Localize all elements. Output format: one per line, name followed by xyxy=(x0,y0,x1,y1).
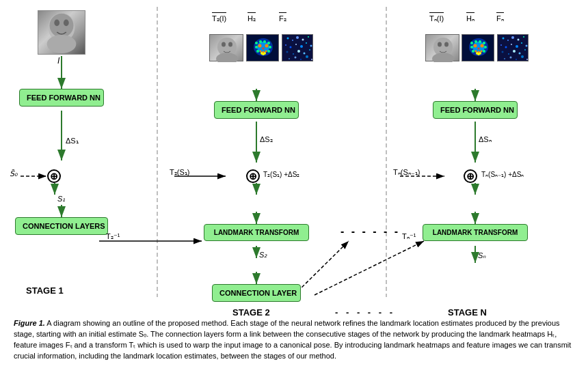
landmark-transform-2: LANDMARK TRANSFORM xyxy=(204,224,309,241)
label-delta-s2: ΔS₂ xyxy=(260,135,273,144)
svg-point-46 xyxy=(263,40,266,43)
svg-point-113 xyxy=(516,45,518,48)
svg-point-71 xyxy=(310,45,312,47)
svg-point-103 xyxy=(478,51,480,53)
svg-point-110 xyxy=(500,44,502,46)
svg-point-122 xyxy=(510,57,512,59)
svg-point-119 xyxy=(519,53,521,55)
svg-point-72 xyxy=(286,51,289,53)
label-tn-sn1: Tₙ(Sₙ₋₁) xyxy=(393,168,420,177)
svg-point-116 xyxy=(502,51,504,53)
svg-point-97 xyxy=(472,50,475,53)
svg-point-57 xyxy=(263,48,265,50)
svg-point-115 xyxy=(526,45,528,47)
svg-point-54 xyxy=(255,46,258,48)
caption-area: Figure 1. A diagram showing an outline o… xyxy=(0,314,588,366)
thumb-feature-sn xyxy=(497,34,529,61)
svg-point-83 xyxy=(438,42,442,47)
svg-point-39 xyxy=(222,42,226,47)
feed-forward-nn-1: FEED FORWARD NN xyxy=(19,89,104,107)
svg-point-53 xyxy=(256,50,259,53)
add-circle-stage2: ⊕ xyxy=(246,169,260,183)
svg-point-75 xyxy=(304,53,306,55)
svg-point-91 xyxy=(483,42,485,44)
svg-point-123 xyxy=(516,59,517,60)
svg-point-41 xyxy=(216,53,238,62)
caption-text: A diagram showing an outline of the prop… xyxy=(14,319,571,360)
svg-point-77 xyxy=(289,58,290,59)
svg-point-85 xyxy=(432,53,454,62)
thumb-heatmap-sn xyxy=(462,34,494,61)
figure-label: Figure 1. xyxy=(14,319,45,327)
svg-point-125 xyxy=(526,59,528,60)
thumb-face-sn xyxy=(425,34,459,61)
label-fn: Fₙ xyxy=(496,12,504,23)
add-circle-stage-n: ⊕ xyxy=(464,169,477,183)
svg-line-30 xyxy=(294,241,349,295)
label-tn-i: Tₙ(I) xyxy=(429,12,444,23)
svg-point-109 xyxy=(523,36,524,38)
svg-point-35 xyxy=(54,20,59,27)
connection-layers: CONNECTION LAYERS xyxy=(15,217,108,235)
svg-point-67 xyxy=(290,46,292,48)
svg-point-68 xyxy=(295,44,297,45)
feed-forward-nn-n: FEED FORWARD NN xyxy=(433,101,518,119)
label-t2s1-ds2: T₂(S₁) +ΔS₂ xyxy=(263,171,299,178)
svg-point-101 xyxy=(478,48,480,50)
svg-point-121 xyxy=(504,58,505,59)
label-t2-s1: T₂(S₁) xyxy=(170,168,189,177)
landmark-transform-n: LANDMARK TRANSFORM xyxy=(423,224,528,241)
thumb-heatmap-s2 xyxy=(246,34,279,61)
thumb-face-s2 xyxy=(209,34,243,61)
svg-point-58 xyxy=(260,51,262,53)
svg-point-79 xyxy=(300,59,302,60)
feed-forward-nn-2: FEED FORWARD NN xyxy=(214,101,299,119)
label-tn-inv: Tₙ⁻¹ xyxy=(402,232,416,241)
svg-point-64 xyxy=(302,39,304,41)
svg-point-93 xyxy=(483,50,485,53)
diagram-area: I FEED FORWARD NN ΔS₁ S̃₀ ⊕ S₁ CONNECTIO… xyxy=(0,0,588,314)
label-t2-inv: T₂⁻¹ xyxy=(106,232,120,241)
label-s0: S̃₀ xyxy=(10,169,17,178)
label-t2-i: T₂(I) xyxy=(212,12,226,23)
svg-point-36 xyxy=(64,20,69,27)
svg-point-114 xyxy=(521,42,522,44)
svg-point-89 xyxy=(475,40,477,43)
label-delta-sn: ΔSₙ xyxy=(479,135,492,144)
svg-point-74 xyxy=(297,50,300,53)
stage-n-label: STAGE N xyxy=(448,307,487,318)
svg-point-40 xyxy=(228,42,232,47)
svg-point-78 xyxy=(295,57,297,59)
stage2-label: STAGE 2 xyxy=(232,307,270,318)
add-circle-stage1: ⊕ xyxy=(47,169,61,183)
stage1-label: STAGE 1 xyxy=(26,285,64,296)
svg-point-120 xyxy=(524,49,526,51)
svg-point-81 xyxy=(311,59,312,60)
svg-point-106 xyxy=(507,40,509,41)
svg-point-65 xyxy=(308,36,309,38)
svg-point-66 xyxy=(285,44,286,46)
label-I: I xyxy=(57,56,59,66)
svg-point-100 xyxy=(481,44,484,48)
label-s2: S₂ xyxy=(259,251,267,259)
svg-point-45 xyxy=(259,40,262,43)
svg-point-47 xyxy=(267,42,270,44)
svg-point-84 xyxy=(444,42,449,47)
dots-stage-label: - - - - - - xyxy=(335,307,395,318)
label-sn: Sₙ xyxy=(478,251,485,260)
svg-point-111 xyxy=(505,46,507,48)
label-delta-s1: ΔS₁ xyxy=(66,137,79,145)
svg-point-60 xyxy=(265,51,267,53)
face-image-stage1 xyxy=(38,10,85,55)
label-h2: H₂ xyxy=(248,12,256,23)
svg-line-31 xyxy=(315,241,424,295)
label-s1: S₁ xyxy=(57,195,65,203)
svg-point-49 xyxy=(267,50,270,53)
svg-point-70 xyxy=(306,42,307,44)
svg-point-124 xyxy=(521,55,524,58)
svg-point-112 xyxy=(511,44,512,45)
svg-point-107 xyxy=(511,36,514,39)
svg-point-117 xyxy=(508,53,509,55)
svg-point-118 xyxy=(513,50,516,53)
svg-point-73 xyxy=(293,53,294,55)
